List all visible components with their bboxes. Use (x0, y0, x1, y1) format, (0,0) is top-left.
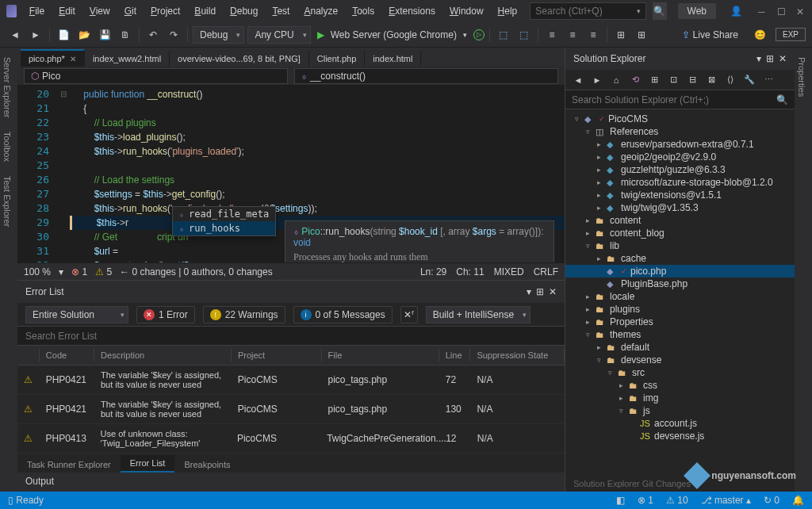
intellisense-item[interactable]: ⬨run_hooks (173, 221, 275, 235)
minimize-button[interactable]: ─ (758, 6, 768, 16)
tb-misc-3[interactable]: ≡ (543, 26, 561, 44)
tree-item[interactable]: ▸◆geoip2/geoip2@v2.9.0 (565, 151, 795, 163)
user-icon[interactable]: 👤 (730, 6, 742, 17)
tree-item[interactable]: ▸🖿default (565, 341, 795, 354)
file-tab[interactable]: index_www2.html (85, 51, 170, 67)
feedback-button[interactable]: 😊 (754, 29, 766, 40)
sol-7[interactable]: ⋯ (760, 72, 776, 88)
line-indicator[interactable]: Ln: 29 (420, 266, 446, 277)
tree-item[interactable]: ▸◆erusev/parsedown-extra@0.7.1 (565, 138, 795, 151)
tree-item[interactable]: ▿🖿src (565, 366, 795, 379)
zoom-level[interactable]: 100 % (24, 266, 51, 277)
error-row[interactable]: ⚠PHP0421The variable '$key' is assigned,… (17, 395, 565, 424)
menu-build[interactable]: Build (188, 2, 222, 20)
platform-combo[interactable]: Any CPU (247, 26, 310, 44)
run-target-label[interactable]: Web Server (Google Chrome) (331, 29, 457, 40)
messages-filter[interactable]: i0 of 5 Messages (293, 306, 393, 323)
status-branch[interactable]: ⎇ master ▴ (701, 495, 751, 506)
tree-item[interactable]: ◆PluginBase.php (565, 277, 795, 290)
sol-home[interactable]: ⌂ (608, 72, 624, 88)
right-tab-properties[interactable]: Properties (795, 51, 812, 103)
tb-misc-5[interactable]: ≡ (584, 26, 602, 44)
panel-tab[interactable]: Breakpoints (174, 457, 239, 473)
sol-back[interactable]: ◄ (570, 72, 586, 88)
nav-fwd-button[interactable]: ► (27, 26, 44, 44)
tree-item[interactable]: ▸🖿img (565, 392, 795, 404)
error-count[interactable]: ⊗ 1 (71, 266, 87, 277)
menu-view[interactable]: View (83, 2, 117, 20)
left-tab-server-explorer[interactable]: Server Explorer (0, 51, 17, 124)
tree-item[interactable]: ▸🖿css (565, 379, 795, 392)
errlist-close-icon[interactable]: ✕ (549, 286, 557, 297)
menu-file[interactable]: File (23, 2, 51, 20)
tree-item[interactable]: ▸◆twig/extensions@v1.5.1 (565, 189, 795, 201)
sol-2[interactable]: ⊡ (665, 72, 681, 88)
sol-5[interactable]: ⟨⟩ (722, 72, 738, 88)
tree-item[interactable]: ▸🖿content (565, 214, 795, 227)
menu-window[interactable]: Window (443, 2, 490, 20)
error-search[interactable] (17, 327, 565, 346)
redo-button[interactable]: ↷ (165, 26, 182, 44)
search-button[interactable]: 🔍 (653, 2, 667, 20)
panel-tab[interactable]: Task Runner Explorer (17, 457, 121, 473)
menu-help[interactable]: Help (492, 2, 524, 20)
changes-info[interactable]: ← 0 changes | 0 authors, 0 changes (120, 266, 273, 277)
solution-search[interactable]: 🔍 (565, 90, 795, 109)
method-nav-combo[interactable]: ⬨ __construct() (294, 68, 558, 84)
tree-item[interactable]: ▸🖿Properties (565, 316, 795, 328)
tree-item[interactable]: ▸🖿locale (565, 290, 795, 303)
tree-item[interactable]: ◆✓pico.php (565, 265, 795, 277)
close-tab-icon[interactable]: ✕ (70, 55, 76, 63)
save-button[interactable]: 💾 (96, 26, 113, 44)
start-debug-button[interactable]: ▶ (317, 29, 324, 40)
tb-misc-2[interactable]: ⬚ (515, 26, 533, 44)
sol-dropdown-icon[interactable]: ▾ (756, 53, 761, 64)
status-preview[interactable]: ◧ (616, 495, 625, 506)
sol-6[interactable]: 🔧 (741, 72, 757, 88)
config-combo[interactable]: Debug (193, 26, 244, 44)
status-notifications[interactable]: 🔔 (792, 495, 804, 506)
menu-test[interactable]: Test (266, 2, 296, 20)
eol-mode[interactable]: CRLF (534, 266, 558, 277)
errlist-pin-icon[interactable]: ⊞ (536, 286, 544, 297)
open-button[interactable]: 📂 (75, 26, 93, 44)
errlist-dropdown-icon[interactable]: ▾ (527, 286, 531, 297)
error-row[interactable]: ⚠PHP0421The variable '$key' is assigned,… (17, 365, 565, 395)
search-dropdown-icon[interactable]: ▾ (637, 7, 641, 15)
live-share[interactable]: ⇪ Live Share (676, 29, 745, 40)
warning-count[interactable]: ⚠ 5 (95, 266, 112, 277)
tb-misc-7[interactable]: ⊞ (633, 26, 650, 44)
nav-back-button[interactable]: ◄ (6, 26, 24, 44)
error-row[interactable]: ⚠PHP0413Use of unknown class: 'Twig_Load… (17, 424, 565, 454)
tree-item[interactable]: ▸◆microsoft/azure-storage-blob@1.2.0 (565, 176, 795, 189)
sol-pin-icon[interactable]: ⊞ (766, 53, 774, 64)
sol-3[interactable]: ⊟ (684, 72, 700, 88)
menu-project[interactable]: Project (144, 2, 186, 20)
close-button[interactable]: ✕ (796, 6, 806, 16)
new-file-button[interactable]: 📄 (55, 26, 72, 44)
tree-item[interactable]: ▿🖿lib (565, 239, 795, 252)
menu-debug[interactable]: Debug (224, 2, 264, 20)
file-tab[interactable]: index.html (365, 51, 421, 67)
tree-item[interactable]: ▸🖿plugins (565, 303, 795, 316)
undo-button[interactable]: ↶ (144, 26, 162, 44)
tree-item[interactable]: ▸🖿cache (565, 252, 795, 265)
sol-search-icon[interactable]: 🔍 (776, 94, 788, 105)
sol-1[interactable]: ⊞ (646, 72, 662, 88)
tree-item[interactable]: JSdevsense.js (565, 430, 795, 442)
tree-item[interactable]: ▿🖿themes (565, 328, 795, 341)
status-errors[interactable]: ⊗ 1 (638, 495, 653, 506)
maximize-button[interactable]: ☐ (777, 6, 787, 16)
sol-4[interactable]: ⊠ (703, 72, 719, 88)
sol-sync[interactable]: ⟲ (627, 72, 643, 88)
source-combo[interactable]: Build + IntelliSense (426, 306, 530, 323)
col-indicator[interactable]: Ch: 11 (456, 266, 484, 277)
left-tab-toolbox[interactable]: Toolbox (0, 125, 17, 168)
warnings-filter[interactable]: !22 Warnings (203, 306, 285, 323)
tree-item[interactable]: ▿🖿devsense (565, 354, 795, 366)
menu-tools[interactable]: Tools (346, 2, 381, 20)
menu-edit[interactable]: Edit (52, 2, 82, 20)
tree-item[interactable]: ▿🖿js (565, 404, 795, 417)
menu-git[interactable]: Git (118, 2, 143, 20)
intellisense-popup[interactable]: ⬨read_file_meta⬨run_hooks (172, 206, 276, 236)
